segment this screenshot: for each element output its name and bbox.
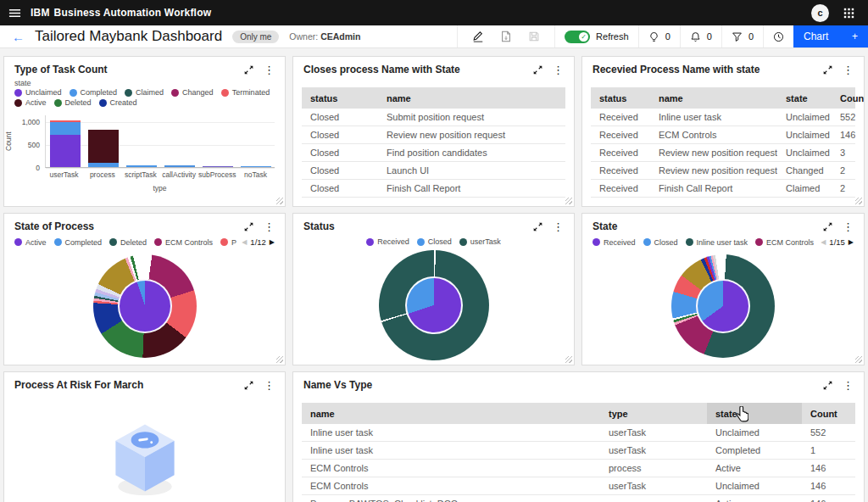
table-row[interactable]: Inline user taskuserTaskCompleted1 xyxy=(302,442,855,460)
legend-item-received[interactable]: Received xyxy=(593,238,636,247)
bar-callActivity[interactable] xyxy=(164,165,195,167)
resize-handle[interactable] xyxy=(276,356,283,363)
column-header-state[interactable]: state xyxy=(707,403,802,424)
hamburger-menu-icon[interactable] xyxy=(0,0,29,25)
legend-item-usertask[interactable]: userTask xyxy=(459,237,501,246)
column-header-status[interactable]: status xyxy=(302,87,378,109)
refresh-toggle[interactable]: ✓ xyxy=(565,31,590,43)
legend-item-ecm-controls[interactable]: ECM Controls xyxy=(154,238,213,247)
table-row[interactable]: ClosedSubmit position request xyxy=(302,109,565,126)
user-avatar[interactable]: c xyxy=(811,4,829,22)
legend-item-completed[interactable]: Completed xyxy=(54,238,103,247)
legend-item-closed[interactable]: Closed xyxy=(643,238,678,247)
table-row[interactable]: ECM ControlsprocessActive146 xyxy=(302,460,855,477)
resize-handle[interactable] xyxy=(565,356,572,363)
expand-icon[interactable] xyxy=(244,381,253,390)
table-row[interactable]: Inline user taskuserTaskUnclaimed552 xyxy=(302,424,855,442)
chart-button[interactable]: Chart + xyxy=(793,25,868,47)
prev-page-icon[interactable]: ◀ xyxy=(821,238,826,246)
legend-item-created[interactable]: Created xyxy=(99,98,137,107)
legend-item-deleted[interactable]: Deleted xyxy=(54,98,92,107)
legend-item-completed[interactable]: Completed xyxy=(70,88,118,97)
expand-icon[interactable] xyxy=(823,65,832,75)
notifications-group[interactable]: 0 xyxy=(680,25,721,47)
overflow-menu-icon[interactable]: ⋮ xyxy=(841,64,855,75)
legend-item-received[interactable]: Received xyxy=(366,237,409,246)
resize-handle[interactable] xyxy=(276,198,283,204)
table-row[interactable]: ReceivedInline user taskUnclaimed552 xyxy=(591,109,855,126)
overflow-menu-icon[interactable]: ⋮ xyxy=(551,221,565,232)
overflow-menu-icon[interactable]: ⋮ xyxy=(841,380,855,391)
overflow-menu-icon[interactable]: ⋮ xyxy=(262,221,276,232)
column-header-state[interactable]: state xyxy=(777,87,832,109)
save-icon[interactable] xyxy=(523,31,545,42)
legend-label: Received xyxy=(377,237,409,246)
prev-page-icon[interactable]: ◀ xyxy=(242,238,247,246)
bar-noTask[interactable] xyxy=(241,166,271,168)
bar-scriptTask[interactable] xyxy=(126,165,157,167)
table-cell: Inline user task xyxy=(302,427,600,438)
column-header-name[interactable]: name xyxy=(650,87,777,109)
overflow-menu-icon[interactable]: ⋮ xyxy=(262,64,276,75)
legend-item-active[interactable]: Active xyxy=(14,98,47,107)
table-row[interactable]: ClosedLaunch UI xyxy=(302,162,565,180)
table-row[interactable]: ReceivedFinish Call ReportClaimed2 xyxy=(591,180,855,198)
table-row[interactable]: ClosedFind position candidates xyxy=(302,144,565,162)
clock-icon xyxy=(773,31,784,42)
legend-swatch xyxy=(417,238,425,246)
table-row[interactable]: ReceivedReview new position requestChang… xyxy=(591,162,855,180)
resize-handle[interactable] xyxy=(855,356,862,363)
column-header-name[interactable]: name xyxy=(378,87,565,109)
legend-item-closed[interactable]: Closed xyxy=(417,237,452,246)
legend-label: Active xyxy=(25,238,47,247)
overflow-menu-icon[interactable]: ⋮ xyxy=(262,380,276,391)
card-state-of-process: State of Process ⋮ ActiveCompletedDelete… xyxy=(3,213,286,365)
table-row[interactable]: ReceivedECM ControlsUnclaimed146 xyxy=(591,126,855,144)
expand-icon[interactable] xyxy=(533,65,542,75)
legend-item-claimed[interactable]: Claimed xyxy=(125,88,164,97)
resize-handle[interactable] xyxy=(565,198,572,204)
back-arrow-icon[interactable]: ← xyxy=(12,31,25,43)
state-of-process-sunburst[interactable] xyxy=(93,254,197,358)
legend-item-active[interactable]: Active xyxy=(14,238,47,247)
overflow-menu-icon[interactable]: ⋮ xyxy=(841,221,855,232)
expand-icon[interactable] xyxy=(823,222,832,231)
insights-group[interactable]: 0 xyxy=(638,25,680,47)
table-row[interactable]: ReceivedReview new position requestUncla… xyxy=(591,144,855,162)
table-row[interactable]: ClosedFinish Call Report xyxy=(302,180,565,198)
filters-group[interactable]: 0 xyxy=(721,25,763,47)
bar-process[interactable] xyxy=(88,130,119,167)
export-page-icon[interactable] xyxy=(495,31,517,42)
legend-item-terminated[interactable]: Terminated xyxy=(221,88,270,97)
expand-icon[interactable] xyxy=(533,222,542,231)
legend-item-ecm-controls[interactable]: ECM Controls xyxy=(755,238,814,247)
edit-icon[interactable] xyxy=(467,31,489,42)
history-group[interactable] xyxy=(763,25,793,47)
resize-handle[interactable] xyxy=(855,198,862,204)
column-header-status[interactable]: status xyxy=(591,87,650,109)
app-switcher-icon[interactable] xyxy=(839,0,858,25)
bar-userTask[interactable] xyxy=(50,120,81,167)
expand-icon[interactable] xyxy=(244,65,253,75)
overflow-menu-icon[interactable]: ⋮ xyxy=(551,64,565,75)
bar-subProcess[interactable] xyxy=(203,166,233,168)
table-row[interactable]: Process_BAWTOS_Checklist_DCCprocessActiv… xyxy=(302,495,855,502)
state-sunburst[interactable] xyxy=(671,254,775,358)
table-row[interactable]: ClosedReview new position request xyxy=(302,126,565,144)
next-page-icon[interactable]: ▶ xyxy=(849,238,854,246)
column-header-count[interactable]: Count xyxy=(832,87,865,109)
legend-item-process-bawtos-cl[interactable]: Process_BAWTOS_Cl xyxy=(220,238,236,247)
next-page-icon[interactable]: ▶ xyxy=(270,238,275,246)
column-header-name[interactable]: name xyxy=(302,403,600,424)
status-sunburst[interactable] xyxy=(379,250,489,360)
column-header-type[interactable]: type xyxy=(600,403,707,424)
app-header: IBMBusiness Automation Workflow c xyxy=(0,0,868,25)
legend-item-inline-user-task[interactable]: Inline user task xyxy=(686,238,748,247)
column-header-count[interactable]: Count xyxy=(802,403,855,424)
expand-icon[interactable] xyxy=(823,381,832,390)
legend-item-unclaimed[interactable]: Unclaimed xyxy=(14,88,62,97)
legend-item-deleted[interactable]: Deleted xyxy=(109,238,147,247)
legend-item-changed[interactable]: Changed xyxy=(171,88,214,97)
table-row[interactable]: ECM ControlsuserTaskUnclaimed146 xyxy=(302,477,855,495)
expand-icon[interactable] xyxy=(244,222,253,231)
